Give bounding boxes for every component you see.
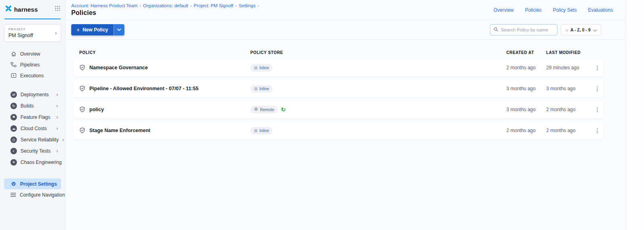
pipelines-icon (10, 62, 17, 68)
inline-document-icon: ▤ (254, 129, 258, 133)
sidebar-item-label: Configure Navigation (20, 192, 65, 198)
policy-shield-icon (79, 106, 85, 113)
new-policy-button[interactable]: + New Policy (71, 24, 114, 35)
sidebar-item-configure-navigation[interactable]: Configure Navigation (4, 189, 61, 200)
project-name: PM Signoff (8, 33, 33, 38)
policy-store-label: Inline (260, 128, 269, 133)
breadcrumb-separator: › (140, 3, 141, 8)
breadcrumb-separator: › (235, 3, 237, 8)
sidebar-item-label: Feature Flags (21, 114, 50, 120)
policy-name: policy (89, 107, 104, 112)
toolbar: + New Policy ↑↓ A - Z, 0 - 9 (66, 20, 625, 40)
policy-row[interactable]: Pipeline - Allowed Environment - 07/07 -… (74, 80, 604, 97)
column-last-modified: LAST MODIFIED (546, 50, 591, 55)
column-policy: POLICY (79, 50, 250, 55)
chaos-engineering-icon: ✳ (10, 159, 17, 166)
sidebar-item-chaos-engineering[interactable]: ✳Chaos Engineering› (4, 157, 61, 168)
search-input[interactable] (501, 27, 554, 32)
logo-row: harness (0, 0, 65, 19)
created-at: 3 months ago (506, 86, 546, 91)
new-policy-dropdown-button[interactable] (114, 24, 124, 35)
sidebar-item-builds[interactable]: ↻Builds› (4, 100, 61, 112)
policy-store-badge: ▤Inline (250, 85, 272, 93)
project-selector[interactable]: PROJECT PM Signoff › (4, 24, 61, 42)
policy-store-badge: ▤Inline (250, 64, 272, 72)
breadcrumb: Account: Harness Product Team›Organizati… (71, 3, 259, 8)
sidebar-item-executions[interactable]: Executions (4, 70, 61, 81)
sidebar-item-label: Service Reliability (21, 137, 59, 143)
sort-dropdown[interactable]: ↑↓ A - Z, 0 - 9 (561, 24, 601, 35)
sidebar-item-label: Deployments (21, 92, 49, 97)
logo-accent-underline (4, 19, 61, 19)
apps-grid-icon[interactable] (55, 6, 60, 13)
policy-name: Namespace Governance (89, 65, 148, 70)
policy-name: Stage Name Enforcement (89, 128, 150, 133)
policy-shield-icon (79, 127, 85, 134)
tab-policies[interactable]: Policies (525, 7, 541, 13)
policy-store-label: Inline (260, 87, 269, 91)
tab-policy-sets[interactable]: Policy Sets (553, 7, 577, 13)
sidebar-item-pipelines[interactable]: Pipelines (4, 59, 61, 70)
sidebar-item-project-settings[interactable]: ⚙Project Settings (4, 178, 61, 189)
builds-icon: ↻ (10, 103, 17, 109)
row-menu-button[interactable]: ⋮ (591, 64, 604, 71)
column-policy-store: POLICY STORE (250, 50, 506, 55)
gear-icon: ⚙ (10, 181, 17, 187)
sidebar-item-label: Pipelines (20, 62, 40, 68)
policy-row[interactable]: Namespace Governance▤Inline2 months ago2… (74, 59, 604, 77)
policy-row[interactable]: policyRemote↻3 months ago2 months ago⋮ (74, 101, 604, 118)
sidebar-item-deployments[interactable]: ⇄Deployments› (4, 89, 61, 100)
chevron-down-icon (593, 26, 597, 33)
cloud-costs-icon: ☁ (10, 125, 17, 132)
tab-overview[interactable]: Overview (493, 7, 514, 13)
sidebar-item-service-reliability[interactable]: ◷Service Reliability› (4, 134, 61, 145)
chevron-down-icon (117, 29, 121, 31)
policy-row[interactable]: Stage Name Enforcement▤Inline2 months ag… (74, 122, 604, 139)
policy-store-label: Remote (260, 108, 274, 112)
chevron-right-icon: › (56, 149, 58, 153)
plus-icon: + (76, 27, 80, 33)
column-created-at: CREATED AT (506, 50, 546, 55)
breadcrumb-item[interactable]: Account: Harness Product Team (71, 3, 138, 8)
breadcrumb-item[interactable]: Organizations: default (143, 3, 188, 8)
right-panel-edge (625, 0, 644, 230)
policy-list: POLICY POLICY STORE CREATED AT LAST MODI… (66, 40, 625, 230)
chevron-right-icon: › (62, 137, 64, 142)
tab-evaluations[interactable]: Evaluations (588, 7, 613, 13)
policy-name: Pipeline - Allowed Environment - 07/07 -… (89, 86, 198, 91)
remote-repo-icon (254, 107, 258, 112)
harness-logo-icon (5, 5, 12, 14)
breadcrumb-item[interactable]: Project: PM Signoff (194, 3, 233, 8)
last-modified: 2 months ago (546, 128, 591, 133)
row-menu-button[interactable]: ⋮ (591, 106, 604, 113)
service-reliability-icon: ◷ (10, 137, 17, 143)
sync-success-icon: ↻ (281, 107, 286, 112)
sidebar-nav: OverviewPipelinesExecutions (0, 48, 65, 81)
created-at: 2 months ago (506, 65, 546, 70)
search-box (490, 24, 557, 35)
created-at: 2 months ago (506, 128, 546, 133)
sidebar: harness PROJECT PM Signoff › OverviewPip… (0, 0, 66, 230)
breadcrumb-item[interactable]: Settings (239, 3, 256, 8)
row-menu-button[interactable]: ⋮ (591, 85, 604, 92)
row-menu-button[interactable]: ⋮ (591, 127, 604, 134)
sidebar-item-overview[interactable]: Overview (4, 48, 61, 59)
project-label: PROJECT (8, 27, 33, 31)
home-icon (10, 51, 17, 57)
sidebar-item-security-tests[interactable]: ✓Security Tests› (4, 145, 61, 157)
policy-store-badge: ▤Inline (250, 127, 272, 135)
last-modified: 2 months ago (546, 107, 591, 112)
sidebar-item-cloud-costs[interactable]: ☁Cloud Costs› (4, 123, 61, 134)
header-tabs: OverviewPoliciesPolicy SetsEvaluations (493, 0, 613, 20)
sidebar-item-label: Overview (20, 51, 40, 57)
brand-name: harness (14, 6, 38, 13)
page-title: Policies (71, 9, 259, 17)
sidebar-item-label: Security Tests (21, 148, 50, 154)
new-policy-split-button: + New Policy (71, 24, 124, 35)
sidebar-item-feature-flags[interactable]: ⚑Feature Flags› (4, 112, 61, 123)
sort-label: A - Z, 0 - 9 (570, 27, 590, 32)
sidebar-item-label: Cloud Costs (21, 126, 47, 131)
sidebar-modules: ⇄Deployments›↻Builds›⚑Feature Flags›☁Clo… (0, 89, 65, 168)
policy-store-badge: Remote (250, 106, 278, 114)
hamburger-icon (10, 192, 16, 198)
